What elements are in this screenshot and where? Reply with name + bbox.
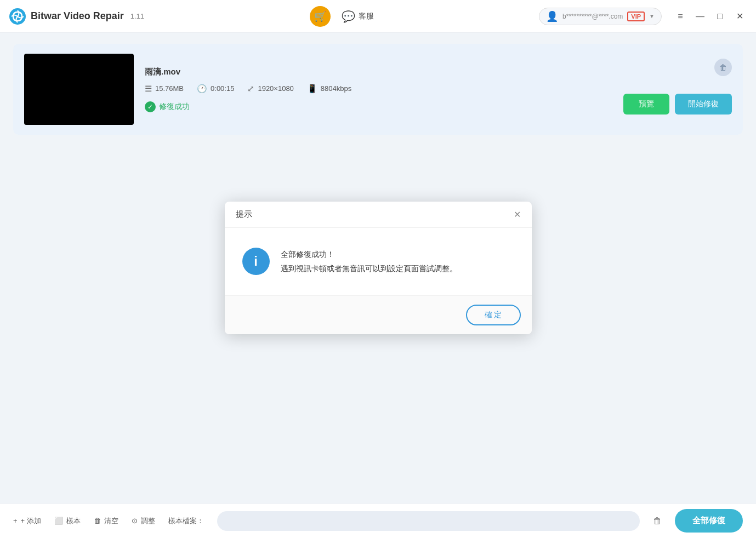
dialog-overlay: 提示 ✕ i 全部修復成功！ 遇到視訊卡頓或者無音訊可以到設定頁面嘗試調整。 確… [0,33,756,503]
dialog-body: i 全部修復成功！ 遇到視訊卡頓或者無音訊可以到設定頁面嘗試調整。 [225,228,532,295]
main-content: 雨滴.mov ☰ 15.76MB 🕐 0:00:15 ⤢ 1920×1080 📱… [0,33,756,503]
close-button[interactable]: ✕ [732,9,747,24]
user-icon: 👤 [546,10,558,22]
app-logo-icon [9,8,26,25]
app-version: 1.11 [130,12,144,20]
vip-badge: VIP [627,12,645,21]
settings-icon: ⊙ [132,517,138,525]
sample-file-input[interactable] [217,511,640,531]
add-icon: + [13,517,18,525]
sample-file-delete-icon[interactable]: 🗑 [653,516,662,526]
dropdown-arrow-icon: ▼ [649,13,655,19]
sample-icon: ⬜ [54,517,63,525]
dialog: 提示 ✕ i 全部修復成功！ 遇到視訊卡頓或者無音訊可以到設定頁面嘗試調整。 確… [225,202,532,334]
sample-button[interactable]: ⬜ 樣本 [54,516,81,526]
repair-all-button[interactable]: 全部修復 [675,509,743,533]
bottom-bar: + + 添加 ⬜ 樣本 🗑 清空 ⊙ 調整 樣本檔案： 🗑 全部修復 [0,503,756,538]
titlebar-right: 👤 b**********@****.com VIP ▼ ≡ — □ ✕ [539,8,747,25]
dialog-message-line2: 遇到視訊卡頓或者無音訊可以到設定頁面嘗試調整。 [281,262,457,276]
minimize-button[interactable]: — [692,9,708,24]
clear-button[interactable]: 🗑 清空 [94,516,118,526]
dialog-title: 提示 [236,209,252,220]
titlebar: Bitwar Video Repair 1.11 🛒 💬 客服 👤 b*****… [0,0,756,33]
user-area[interactable]: 👤 b**********@****.com VIP ▼ [539,8,662,25]
add-button[interactable]: + + 添加 [13,516,41,526]
dialog-message: 全部修復成功！ 遇到視訊卡頓或者無音訊可以到設定頁面嘗試調整。 [281,248,457,275]
support-label: 客服 [359,12,374,21]
sample-file-label: 樣本檔案： [168,516,204,526]
sample-label: 樣本 [66,516,81,526]
clear-label: 清空 [104,516,118,526]
dialog-info-icon: i [242,248,270,275]
confirm-button[interactable]: 確 定 [466,305,521,325]
app-logo: Bitwar Video Repair 1.11 [9,8,144,25]
clear-icon: 🗑 [94,517,101,525]
titlebar-center: 🛒 💬 客服 [144,6,539,27]
maximize-button[interactable]: □ [712,9,727,24]
user-email: b**********@****.com [562,13,623,20]
window-controls: ≡ — □ ✕ [673,9,747,24]
dialog-message-line1: 全部修復成功！ [281,248,457,261]
settings-button[interactable]: ⊙ 調整 [132,516,155,526]
support-button[interactable]: 💬 客服 [342,10,374,23]
cart-button[interactable]: 🛒 [310,6,331,27]
support-icon: 💬 [342,10,355,23]
dialog-footer: 確 定 [225,295,532,334]
add-label: + 添加 [21,516,41,526]
dialog-close-button[interactable]: ✕ [514,210,521,219]
menu-button[interactable]: ≡ [673,9,688,24]
settings-label: 調整 [141,516,155,526]
app-name: Bitwar Video Repair [31,10,124,22]
dialog-header: 提示 ✕ [225,202,532,228]
